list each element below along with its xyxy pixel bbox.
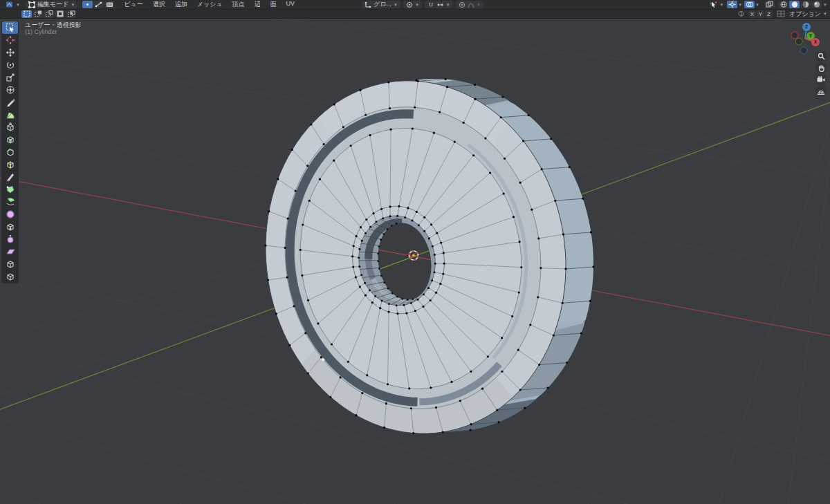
mesh-vertex[interactable]	[307, 299, 309, 301]
mesh-vertex[interactable]	[358, 248, 360, 250]
mesh-vertex[interactable]	[439, 283, 441, 285]
mesh-vertex[interactable]	[430, 299, 432, 301]
mesh-vertex[interactable]	[423, 216, 425, 218]
chevron-down-icon[interactable]: ▼	[823, 3, 827, 7]
mesh-vertex[interactable]	[307, 372, 309, 374]
tool-inset-faces[interactable]	[2, 133, 18, 146]
mesh-vertex[interactable]	[387, 228, 389, 230]
mesh-vertex[interactable]	[380, 239, 382, 241]
tool-spin[interactable]	[2, 196, 18, 208]
mesh-vertex[interactable]	[293, 305, 295, 307]
mesh-vertex[interactable]	[359, 89, 361, 91]
mesh-vertex[interactable]	[566, 362, 568, 364]
mesh-vertex[interactable]	[519, 389, 522, 391]
mesh-vertex[interactable]	[365, 114, 367, 116]
mesh-vertex[interactable]	[366, 374, 368, 376]
mesh-vertex[interactable]	[308, 200, 311, 202]
tool-annotate[interactable]	[2, 96, 18, 109]
mesh-vertex[interactable]	[382, 217, 384, 219]
orientation-dropdown[interactable]: グロ... ▼	[362, 1, 400, 8]
tool-edge-slide[interactable]	[2, 221, 18, 233]
mesh-vertex[interactable]	[511, 315, 513, 317]
mesh-vertex[interactable]	[528, 114, 530, 116]
mesh-vertex[interactable]	[450, 381, 452, 383]
mesh-vertex[interactable]	[442, 273, 444, 275]
mesh-vertex[interactable]	[402, 298, 404, 300]
mesh-vertex[interactable]	[436, 232, 438, 234]
mesh-vertex[interactable]	[340, 376, 342, 378]
mesh-vertex[interactable]	[470, 429, 472, 431]
tool-scale[interactable]	[2, 71, 18, 84]
tool-shear[interactable]	[2, 245, 18, 258]
mesh-vertex[interactable]	[554, 200, 556, 202]
mesh-vertex[interactable]	[268, 210, 270, 212]
mesh-vertex[interactable]	[288, 344, 290, 346]
mesh-vertex[interactable]	[414, 106, 416, 109]
mesh-vertex[interactable]	[472, 154, 474, 156]
mesh-vertex[interactable]	[417, 80, 419, 82]
mesh-vertex[interactable]	[329, 396, 331, 398]
mesh-vertex[interactable]	[306, 165, 308, 167]
mesh-vertex[interactable]	[389, 215, 391, 217]
tool-cursor[interactable]	[2, 34, 18, 46]
mesh-vertex[interactable]	[564, 268, 566, 270]
mesh-vertex[interactable]	[412, 298, 414, 300]
mesh-vertex[interactable]	[396, 223, 398, 225]
snap-group[interactable]: ▼	[425, 1, 453, 8]
menu-0[interactable]: ビュー	[119, 0, 147, 9]
mesh-vertex[interactable]	[440, 241, 442, 243]
tool-move[interactable]	[2, 46, 18, 59]
mirror-y-button[interactable]: Y	[757, 10, 764, 18]
gizmo-ball-y-neg[interactable]	[795, 38, 802, 45]
mesh-vertex[interactable]	[310, 123, 312, 125]
mesh-vertex[interactable]	[353, 245, 355, 247]
mesh-vertex[interactable]	[352, 265, 354, 268]
mesh-vertex[interactable]	[503, 192, 505, 194]
mode-dropdown[interactable]: 編集モード ▼	[26, 1, 77, 8]
camera-view-icon[interactable]	[815, 74, 827, 85]
mesh-vertex[interactable]	[302, 223, 304, 225]
mesh-vertex[interactable]	[379, 307, 381, 309]
mesh-vertex[interactable]	[331, 343, 333, 345]
mesh-vertex[interactable]	[347, 361, 349, 363]
mesh-vertex[interactable]	[474, 84, 476, 86]
mesh-vertex[interactable]	[333, 103, 335, 105]
mesh-vertex[interactable]	[387, 383, 389, 385]
menu-4[interactable]: 頂点	[228, 0, 250, 9]
mesh-vertex[interactable]	[433, 132, 435, 134]
mesh-vertex[interactable]	[320, 356, 322, 358]
mesh-vertex[interactable]	[410, 302, 412, 304]
mesh-vertex[interactable]	[427, 287, 430, 289]
mesh-vertex[interactable]	[434, 271, 436, 273]
select-option-set[interactable]	[21, 10, 32, 18]
mesh-vertex[interactable]	[387, 81, 389, 83]
mesh-vertex[interactable]	[434, 263, 436, 265]
mesh-vertex[interactable]	[540, 267, 542, 269]
menu-6[interactable]: 面	[266, 0, 282, 9]
tool-bevel[interactable]	[2, 146, 18, 158]
mesh-vertex[interactable]	[369, 226, 371, 228]
pan-hand-icon[interactable]	[815, 62, 827, 73]
mesh-vertex[interactable]	[470, 371, 472, 373]
mesh-vertex[interactable]	[553, 334, 555, 336]
mesh-vertex[interactable]	[396, 296, 398, 298]
mesh-vertex[interactable]	[519, 241, 521, 243]
mesh-vertex[interactable]	[481, 388, 483, 390]
mesh-vertex[interactable]	[371, 301, 374, 304]
mesh-vertex[interactable]	[369, 134, 371, 136]
mesh-vertex[interactable]	[454, 141, 456, 143]
mesh-vertex[interactable]	[267, 279, 269, 281]
mesh-vertex[interactable]	[377, 260, 379, 262]
mesh-vertex[interactable]	[407, 207, 409, 209]
mesh-vertex[interactable]	[547, 386, 549, 389]
select-option-invert[interactable]	[55, 10, 65, 18]
mesh-vertex[interactable]	[389, 107, 391, 109]
mesh-vertex[interactable]	[361, 392, 363, 394]
mesh-vertex[interactable]	[582, 198, 584, 200]
chevron-down-icon[interactable]: ▼	[823, 12, 827, 16]
mesh-vertex[interactable]	[517, 349, 519, 351]
mesh-vertex[interactable]	[377, 253, 379, 255]
mesh-vertex[interactable]	[432, 245, 434, 248]
xray-toggle[interactable]	[764, 1, 775, 8]
shading-solid-button[interactable]	[789, 1, 800, 8]
